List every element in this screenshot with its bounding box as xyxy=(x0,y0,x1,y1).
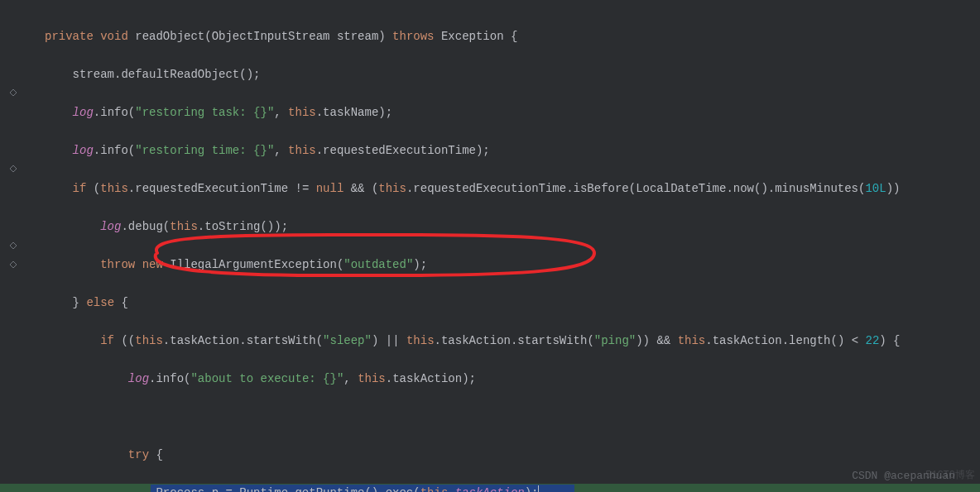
code-line-highlighted[interactable]: Process p = Runtime.getRuntime().exec(th… xyxy=(45,484,980,492)
text-cursor xyxy=(538,485,539,492)
code-line[interactable]: if ((this.taskAction.startsWith("sleep")… xyxy=(45,332,980,351)
gutter-hint-icon xyxy=(7,162,20,175)
code-line[interactable]: throw new IllegalArgumentException("outd… xyxy=(45,256,980,275)
code-line[interactable]: try { xyxy=(45,446,980,465)
code-line[interactable]: log.info("about to execute: {}", this.ta… xyxy=(45,370,980,389)
gutter-hint-icon xyxy=(7,86,20,99)
watermark: 51CTO博客 xyxy=(925,466,975,485)
gutter-hint-icon xyxy=(7,258,20,271)
code-line[interactable]: log.info("restoring time: {}", this.requ… xyxy=(45,141,980,160)
code-line[interactable]: } else { xyxy=(45,294,980,313)
code-line[interactable]: private void readObject(ObjectInputStrea… xyxy=(45,27,980,46)
code-line[interactable]: stream.defaultReadObject(); xyxy=(45,65,980,84)
code-line[interactable] xyxy=(45,408,980,427)
gutter-hint-icon xyxy=(7,239,20,252)
code-line[interactable]: if (this.requestedExecutionTime != null … xyxy=(45,179,980,198)
editor-gutter xyxy=(0,0,30,492)
code-line[interactable]: log.debug(this.toString()); xyxy=(45,217,980,236)
code-line[interactable]: log.info("restoring task: {}", this.task… xyxy=(45,103,980,122)
code-editor[interactable]: private void readObject(ObjectInputStrea… xyxy=(30,0,980,492)
